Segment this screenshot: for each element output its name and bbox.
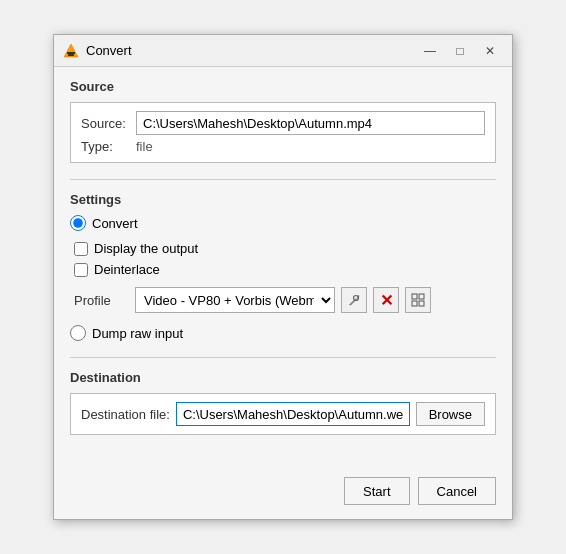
main-window: Convert — □ ✕ Source Source: Type: file xyxy=(53,34,513,520)
window-title: Convert xyxy=(86,43,132,58)
destination-file-input[interactable] xyxy=(176,402,410,426)
convert-radio[interactable] xyxy=(70,215,86,231)
footer: Start Cancel xyxy=(54,467,512,519)
vlc-icon xyxy=(62,42,80,60)
convert-radio-label[interactable]: Convert xyxy=(92,216,138,231)
display-output-checkbox[interactable] xyxy=(74,242,88,256)
deinterlace-checkbox[interactable] xyxy=(74,263,88,277)
destination-section-label: Destination xyxy=(70,370,496,385)
source-box: Source: Type: file xyxy=(70,102,496,163)
svg-rect-1 xyxy=(68,54,74,56)
dump-raw-label[interactable]: Dump raw input xyxy=(92,326,183,341)
svg-rect-6 xyxy=(412,301,417,306)
wrench-icon xyxy=(347,293,361,307)
new-profile-button[interactable] xyxy=(405,287,431,313)
profile-select[interactable]: Video - VP80 + Vorbis (Webm) Video - H.2… xyxy=(135,287,335,313)
svg-rect-4 xyxy=(412,294,417,299)
dump-raw-radio-row: Dump raw input xyxy=(70,325,496,341)
profile-label: Profile xyxy=(74,293,129,308)
destination-box: Destination file: Browse xyxy=(70,393,496,435)
svg-rect-5 xyxy=(419,294,424,299)
title-bar-controls: — □ ✕ xyxy=(416,41,504,61)
display-output-label[interactable]: Display the output xyxy=(94,241,198,256)
profile-settings-button[interactable] xyxy=(341,287,367,313)
source-file-input[interactable] xyxy=(136,111,485,135)
minimize-button[interactable]: — xyxy=(416,41,444,61)
source-file-row: Source: xyxy=(81,111,485,135)
start-button[interactable]: Start xyxy=(344,477,409,505)
settings-section: Settings Convert Display the output Dein… xyxy=(70,192,496,341)
cancel-button[interactable]: Cancel xyxy=(418,477,496,505)
close-button[interactable]: ✕ xyxy=(476,41,504,61)
delete-profile-button[interactable]: ✕ xyxy=(373,287,399,313)
grid-icon xyxy=(411,293,425,307)
profile-row: Profile Video - VP80 + Vorbis (Webm) Vid… xyxy=(74,287,496,313)
divider-2 xyxy=(70,357,496,358)
source-key-label: Source: xyxy=(81,116,136,131)
settings-section-label: Settings xyxy=(70,192,496,207)
title-bar-left: Convert xyxy=(62,42,132,60)
display-output-row: Display the output xyxy=(74,241,496,256)
source-section: Source Source: Type: file xyxy=(70,79,496,163)
destination-file-row: Destination file: Browse xyxy=(81,402,485,426)
dump-raw-radio[interactable] xyxy=(70,325,86,341)
deinterlace-row: Deinterlace xyxy=(74,262,496,277)
red-x-icon: ✕ xyxy=(380,291,393,310)
type-value-label: file xyxy=(136,139,153,154)
convert-radio-row: Convert xyxy=(70,215,496,231)
dest-file-label: Destination file: xyxy=(81,407,170,422)
browse-button[interactable]: Browse xyxy=(416,402,485,426)
divider-1 xyxy=(70,179,496,180)
maximize-button[interactable]: □ xyxy=(446,41,474,61)
destination-section: Destination Destination file: Browse xyxy=(70,370,496,435)
content-area: Source Source: Type: file Settings Conve… xyxy=(54,67,512,467)
source-type-row: Type: file xyxy=(81,139,485,154)
type-key-label: Type: xyxy=(81,139,136,154)
svg-rect-7 xyxy=(419,301,424,306)
deinterlace-label[interactable]: Deinterlace xyxy=(94,262,160,277)
title-bar: Convert — □ ✕ xyxy=(54,35,512,67)
svg-rect-2 xyxy=(67,52,75,54)
source-section-label: Source xyxy=(70,79,496,94)
